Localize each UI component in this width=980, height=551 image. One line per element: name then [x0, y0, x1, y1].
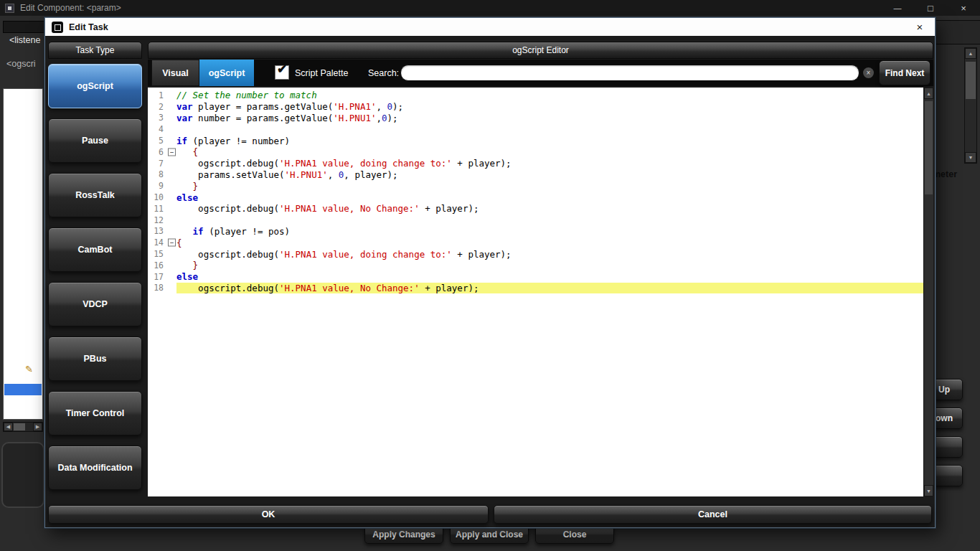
scrollbar-thumb[interactable] — [14, 423, 25, 430]
line-number: 17 — [148, 272, 167, 282]
code-text: ogscript.debug('H.PNA1 value, No Change:… — [176, 203, 923, 214]
line-number: 4 — [148, 124, 167, 134]
task-type-vdcp[interactable]: VDCP — [48, 282, 142, 326]
listener-tree-item[interactable]: <listene — [9, 35, 40, 45]
scroll-left-icon[interactable]: ◀ — [4, 423, 13, 431]
code-line-13[interactable]: 13 if (player != pos) — [148, 226, 923, 237]
code-line-2[interactable]: 2var player = params.getValue('H.PNA1', … — [148, 101, 923, 113]
task-type-pause[interactable]: Pause — [48, 118, 142, 163]
code-line-15[interactable]: 15 ogscript.debug('H.PNA1 value, doing c… — [148, 248, 923, 260]
code-line-17[interactable]: 17else — [148, 271, 923, 283]
code-text: } — [176, 181, 923, 192]
fold-gutter — [167, 90, 176, 101]
task-type-pbus[interactable]: PBus — [48, 336, 142, 381]
fold-gutter — [167, 203, 176, 215]
task-type-rosstalk[interactable]: RossTalk — [48, 173, 142, 217]
task-type-timer-control[interactable]: Timer Control — [48, 391, 142, 435]
code-line-12[interactable]: 12 — [148, 215, 923, 226]
fold-gutter — [167, 180, 176, 192]
fold-gutter — [167, 113, 176, 124]
app-icon — [5, 4, 14, 13]
code-text: ogscript.debug('H.PNA1 value, doing chan… — [176, 249, 923, 260]
code-line-18[interactable]: 18 ogscript.debug('H.PNA1 value, No Chan… — [148, 283, 923, 294]
task-type-ogscript[interactable]: ogScript — [48, 64, 142, 108]
parameter-label: meter — [933, 169, 957, 179]
code-line-3[interactable]: 3var number = params.getValue('H.PNU1',0… — [148, 113, 923, 124]
code-text: else — [176, 192, 923, 203]
code-line-16[interactable]: 16 } — [148, 260, 923, 271]
scroll-down-icon[interactable]: ▼ — [924, 485, 933, 496]
code-line-14[interactable]: 14{ — [148, 237, 923, 248]
dialog-icon — [52, 22, 63, 33]
code-text: { — [176, 237, 923, 248]
fold-gutter — [167, 135, 176, 146]
code-line-11[interactable]: 11 ogscript.debug('H.PNA1 value, No Chan… — [148, 203, 923, 215]
dialog-title: Edit Task — [69, 22, 108, 32]
code-line-10[interactable]: 10else — [148, 192, 923, 203]
edit-task-dialog: Edit Task × Task Type ogScript Pause Ros… — [44, 17, 936, 528]
scroll-up-icon[interactable]: ▲ — [924, 88, 933, 99]
code-line-9[interactable]: 9 } — [148, 180, 923, 192]
scroll-down-icon[interactable]: ▼ — [965, 152, 976, 163]
editor-toolbar: Visual ogScript ✔ Script Palette Search:… — [148, 60, 933, 86]
line-number: 5 — [148, 136, 167, 146]
code-text: if (player != number) — [176, 136, 923, 146]
minimize-icon[interactable]: — — [881, 0, 914, 16]
fold-gutter — [167, 260, 176, 271]
code-line-7[interactable]: 7 ogscript.debug('H.PNA1 value, doing ch… — [148, 158, 923, 169]
code-line-8[interactable]: 8 params.setValue('H.PNU1', 0, player); — [148, 169, 923, 181]
scrollbar-track[interactable] — [965, 59, 976, 152]
window-controls: — □ × — [881, 0, 980, 16]
task-type-panel: Task Type ogScript Pause RossTalk CamBot… — [48, 42, 142, 490]
code-line-5[interactable]: 5if (player != number) — [148, 135, 923, 146]
search-clear-icon[interactable]: × — [863, 67, 874, 78]
code-text: var number = params.getValue('H.PNU1',0)… — [176, 113, 923, 123]
scrollbar-thumb[interactable] — [966, 62, 976, 99]
scrollbar-thumb[interactable] — [925, 101, 933, 194]
dialog-close-icon[interactable]: × — [911, 18, 928, 36]
scroll-right-icon[interactable]: ▶ — [33, 423, 42, 431]
dialog-titlebar[interactable]: Edit Task × — [45, 18, 935, 36]
code-text: } — [176, 260, 923, 270]
tab-ogscript[interactable]: ogScript — [199, 60, 254, 86]
code-text: ogscript.debug('H.PNA1 value, doing chan… — [176, 158, 923, 169]
code-text: // Set the number to match — [176, 90, 923, 100]
code-lines[interactable]: 1// Set the number to match2var player =… — [148, 90, 923, 496]
code-line-1[interactable]: 1// Set the number to match — [148, 90, 923, 101]
code-text: params.setValue('H.PNU1', 0, player); — [176, 169, 923, 180]
code-text: ogscript.debug('H.PNA1 value, No Change:… — [176, 283, 923, 293]
code-line-4[interactable]: 4 — [148, 123, 923, 135]
code-text: { — [176, 146, 923, 157]
code-editor[interactable]: 1// Set the number to match2var player =… — [148, 88, 933, 496]
editor-scrollbar[interactable]: ▲ ▼ — [923, 88, 933, 496]
right-vertical-scrollbar[interactable]: ▲ ▼ — [964, 47, 977, 164]
line-number: 2 — [148, 102, 167, 112]
component-tree-panel[interactable]: ✎ — [3, 88, 43, 420]
horizontal-scrollbar[interactable]: ◀ ▶ — [3, 422, 43, 432]
ok-button[interactable]: OK — [48, 505, 489, 524]
ogscript-tree-item[interactable]: <ogscri — [6, 59, 36, 69]
task-type-cambot[interactable]: CamBot — [48, 227, 142, 272]
maximize-icon[interactable]: □ — [914, 0, 947, 16]
dialog-footer: OK Cancel — [48, 505, 932, 524]
find-next-button[interactable]: Find Next — [879, 60, 930, 85]
close-icon[interactable]: × — [947, 0, 980, 16]
task-type-data-modification[interactable]: Data Modification — [48, 446, 142, 490]
fold-toggle-icon[interactable] — [167, 146, 176, 158]
screen: Edit Component: <param> — □ × <listene <… — [0, 0, 980, 551]
code-line-6[interactable]: 6 { — [148, 146, 923, 158]
line-number: 14 — [148, 237, 167, 248]
fold-toggle-icon[interactable] — [167, 237, 176, 248]
fold-gutter — [167, 101, 176, 113]
line-number: 7 — [148, 159, 167, 169]
script-palette-checkbox[interactable]: ✔ — [275, 65, 289, 80]
search-input[interactable] — [400, 65, 859, 81]
fold-gutter — [167, 226, 176, 237]
scrollbar-track[interactable] — [924, 99, 933, 485]
window-titlebar: Edit Component: <param> — □ × — [0, 0, 980, 16]
cancel-button[interactable]: Cancel — [494, 505, 932, 524]
tab-visual[interactable]: Visual — [151, 60, 199, 86]
selected-tree-row[interactable] — [4, 384, 42, 395]
scroll-up-icon[interactable]: ▲ — [965, 48, 976, 59]
scrollbar-track[interactable] — [13, 423, 33, 431]
